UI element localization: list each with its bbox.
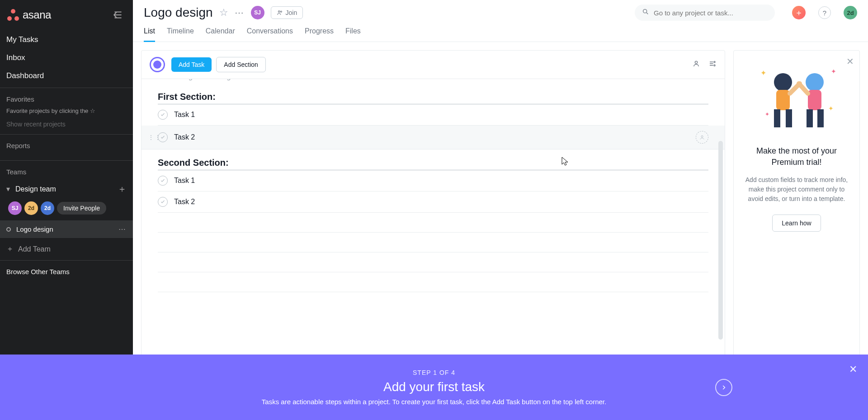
onboarding-pulse-icon bbox=[150, 57, 165, 72]
svg-point-2 bbox=[643, 9, 647, 13]
tab-list[interactable]: List bbox=[144, 27, 155, 42]
team-name[interactable]: Design team bbox=[15, 185, 118, 193]
nav-inbox[interactable]: Inbox bbox=[0, 49, 133, 67]
tab-calendar[interactable]: Calendar bbox=[206, 27, 235, 42]
task-title: Task 2 bbox=[174, 198, 708, 206]
svg-rect-14 bbox=[817, 109, 824, 127]
svg-text:✦: ✦ bbox=[760, 69, 766, 77]
svg-point-1 bbox=[280, 11, 282, 12]
join-button[interactable]: Join bbox=[271, 6, 303, 19]
browse-other-teams[interactable]: Browse Other Teams bbox=[0, 260, 133, 283]
reports-heading[interactable]: Reports bbox=[6, 142, 127, 149]
svg-rect-9 bbox=[774, 109, 780, 127]
favorites-hint: Favorite projects by clicking the ☆ bbox=[6, 107, 127, 114]
svg-rect-10 bbox=[786, 109, 792, 127]
task-row[interactable]: Task 2 bbox=[158, 191, 708, 213]
current-user-avatar[interactable]: 2d bbox=[844, 6, 857, 19]
add-team-button[interactable]: ＋ Add Team bbox=[0, 238, 133, 260]
task-title: Task 1 bbox=[174, 111, 708, 119]
add-task-button[interactable]: Add Task bbox=[171, 57, 212, 72]
banner-next-button[interactable] bbox=[715, 379, 732, 396]
search-input[interactable] bbox=[654, 9, 768, 17]
complete-checkbox-icon[interactable] bbox=[158, 176, 168, 186]
svg-point-5 bbox=[714, 65, 715, 66]
people-icon bbox=[277, 9, 283, 16]
chevron-right-icon bbox=[721, 384, 727, 391]
svg-point-7 bbox=[774, 73, 792, 91]
search-icon bbox=[642, 8, 649, 17]
global-search[interactable] bbox=[635, 5, 775, 21]
promo-body: Add custom fields to track more info, ma… bbox=[743, 175, 850, 204]
favorite-star-icon[interactable]: ☆ bbox=[219, 7, 228, 19]
tab-progress[interactable]: Progress bbox=[305, 27, 334, 42]
svg-point-11 bbox=[806, 73, 824, 91]
banner-body: Tasks are actionable steps within a proj… bbox=[262, 398, 606, 406]
nav-my-tasks[interactable]: My Tasks bbox=[0, 31, 133, 49]
project-tabs: List Timeline Calendar Conversations Pro… bbox=[133, 23, 868, 42]
nav-dashboard[interactable]: Dashboard bbox=[0, 67, 133, 85]
tab-conversations[interactable]: Conversations bbox=[247, 27, 293, 42]
task-row[interactable]: Task 1 bbox=[158, 170, 708, 191]
collapse-sidebar-icon[interactable] bbox=[112, 9, 124, 21]
tab-timeline[interactable]: Timeline bbox=[167, 27, 194, 42]
learn-how-button[interactable]: Learn how bbox=[772, 215, 821, 232]
scrollbar[interactable] bbox=[718, 141, 723, 340]
project-label: Logo design bbox=[16, 225, 118, 233]
task-row-cutoff: Design a draft logo bbox=[158, 79, 708, 84]
project-actions-icon[interactable]: ⋯ bbox=[235, 7, 245, 18]
empty-task-row[interactable] bbox=[158, 272, 708, 292]
complete-checkbox-icon[interactable] bbox=[158, 110, 168, 120]
close-icon[interactable]: ✕ bbox=[846, 56, 854, 67]
quick-add-button[interactable]: ＋ bbox=[792, 6, 806, 19]
banner-title: Add your first task bbox=[383, 380, 485, 394]
project-header: Logo design ☆ ⋯ SJ Join ＋ ? 2d bbox=[133, 0, 868, 23]
svg-text:✦: ✦ bbox=[831, 68, 836, 75]
banner-close-icon[interactable]: ✕ bbox=[849, 364, 857, 375]
task-title: Task 1 bbox=[174, 177, 708, 185]
drag-handle-icon[interactable]: ⋮⋮ bbox=[148, 134, 161, 141]
section-heading[interactable]: First Section: bbox=[158, 92, 708, 104]
project-owner-avatar[interactable]: SJ bbox=[251, 6, 264, 19]
add-to-team-icon[interactable]: ＋ bbox=[118, 183, 127, 195]
svg-point-4 bbox=[714, 61, 715, 63]
avatar[interactable]: 2d bbox=[41, 201, 54, 215]
svg-text:✦: ✦ bbox=[765, 111, 769, 117]
help-button[interactable]: ? bbox=[818, 6, 831, 19]
task-row[interactable]: ⋮⋮ Task 2 bbox=[142, 126, 725, 149]
svg-point-0 bbox=[278, 11, 280, 13]
empty-task-row[interactable] bbox=[158, 213, 708, 233]
star-icon: ☆ bbox=[90, 107, 95, 114]
show-recent-projects[interactable]: Show recent projects bbox=[6, 121, 127, 128]
task-title: Task 2 bbox=[174, 133, 696, 141]
project-title: Logo design bbox=[144, 5, 213, 20]
empty-task-row[interactable] bbox=[158, 233, 708, 252]
promo-title: Make the most of your Premium trial! bbox=[743, 145, 850, 168]
promo-illustration: ✦ ✦ ✦ ✦ bbox=[743, 60, 850, 141]
banner-step: STEP 1 OF 4 bbox=[413, 369, 455, 376]
svg-text:✦: ✦ bbox=[828, 105, 834, 112]
asana-logo[interactable]: asana bbox=[6, 8, 51, 22]
avatar[interactable]: SJ bbox=[8, 201, 22, 215]
section-heading[interactable]: Second Section: bbox=[158, 158, 708, 170]
svg-point-6 bbox=[701, 135, 703, 137]
complete-checkbox-icon[interactable] bbox=[158, 197, 168, 207]
list-toolbar: Add Task Add Section bbox=[142, 51, 725, 79]
project-menu-icon[interactable]: ⋯ bbox=[118, 225, 127, 233]
onboarding-banner: STEP 1 OF 4 Add your first task Tasks ar… bbox=[0, 355, 868, 420]
teams-heading: Teams bbox=[6, 168, 127, 176]
empty-task-row[interactable] bbox=[158, 252, 708, 272]
sidebar-project-logo-design[interactable]: Logo design ⋯ bbox=[0, 220, 133, 238]
add-section-button[interactable]: Add Section bbox=[216, 57, 266, 72]
avatar[interactable]: 2d bbox=[24, 201, 38, 215]
caret-down-icon[interactable]: ▾ bbox=[6, 185, 13, 193]
favorites-heading: Favorites bbox=[6, 95, 127, 103]
tab-files[interactable]: Files bbox=[345, 27, 361, 42]
add-team-label: Add Team bbox=[18, 245, 51, 253]
view-settings-icon[interactable] bbox=[708, 60, 717, 70]
project-dot-icon bbox=[6, 227, 11, 232]
task-row[interactable]: Task 1 bbox=[158, 104, 708, 126]
plus-icon: ＋ bbox=[6, 244, 14, 254]
invite-people-button[interactable]: Invite People bbox=[57, 202, 106, 215]
manage-members-icon[interactable] bbox=[692, 60, 700, 70]
assign-user-icon[interactable] bbox=[696, 131, 708, 144]
